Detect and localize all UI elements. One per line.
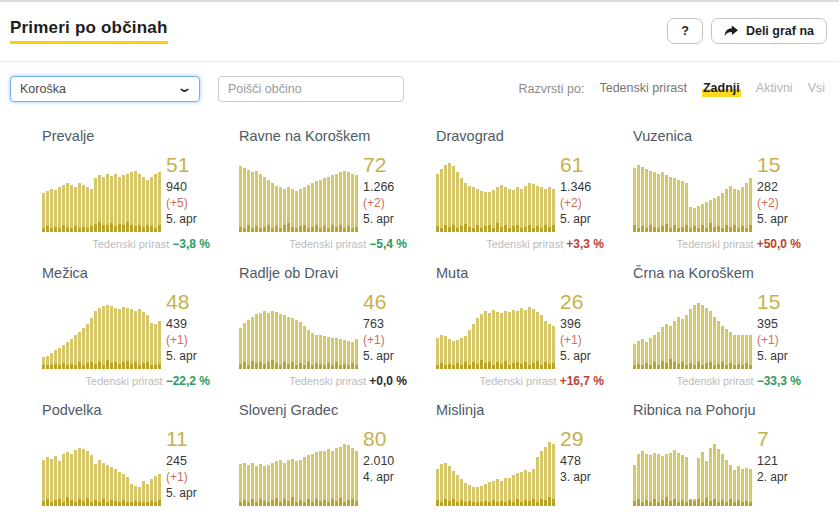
bar	[58, 461, 61, 506]
municipality-card: Črna na Koroškem 15 395 (+1) 5. apr Tede…	[633, 265, 801, 389]
bar	[436, 469, 439, 507]
new-cases-value: (+1)	[363, 332, 407, 348]
bar	[669, 453, 672, 506]
bar	[725, 189, 728, 232]
bar	[528, 307, 531, 369]
cases-bar-chart[interactable]	[239, 157, 358, 232]
bar	[705, 308, 708, 370]
bar	[110, 176, 113, 232]
bar	[275, 312, 278, 369]
chart-row: 15 282 (+2) 5. apr	[633, 157, 801, 232]
page-header: Primeri po občinah ? Deli graf na	[0, 2, 839, 62]
cases-bar-chart[interactable]	[633, 431, 752, 506]
bar	[303, 457, 306, 506]
sort-option-zadnji[interactable]: Zadnji	[702, 81, 741, 97]
header-buttons: ? Deli graf na	[667, 18, 827, 44]
cases-bar-chart[interactable]	[42, 294, 161, 369]
page-title: Primeri po občinah	[10, 18, 168, 44]
bar	[733, 335, 736, 370]
weekly-growth-label: Tedenski prirast	[86, 375, 163, 387]
weekly-growth-value: −3,8 %	[172, 237, 210, 251]
bar	[114, 308, 117, 370]
cases-bar-chart[interactable]	[239, 294, 358, 369]
share-button-label: Deli graf na	[746, 24, 814, 38]
bar	[283, 315, 286, 369]
bar	[725, 460, 728, 507]
bar	[693, 208, 696, 232]
bar	[134, 486, 137, 506]
municipality-name: Vuzenica	[633, 128, 801, 146]
municipality-card: Vuzenica 15 282 (+2) 5. apr Tedenski pri…	[633, 128, 801, 252]
municipality-card: Mežica 48 439 (+1) 5. apr Tedenski prira…	[42, 265, 210, 389]
bar	[150, 479, 153, 506]
cases-bar-chart[interactable]	[239, 431, 358, 506]
sort-option-vsi[interactable]: Vsi	[808, 81, 825, 97]
new-cases-value: (+1)	[757, 332, 801, 348]
weekly-growth-label: Tedenski prirast	[480, 375, 557, 387]
card-footer: Tedenski prirast+3,3 %	[436, 237, 604, 252]
active-cases-value: 11	[166, 428, 210, 450]
weekly-growth-label: Tedenski prirast	[289, 238, 366, 250]
bar	[287, 460, 290, 506]
bar	[673, 450, 676, 506]
total-cases-value: 478	[560, 453, 604, 469]
bar	[536, 457, 539, 507]
municipality-name: Podvelka	[42, 402, 210, 420]
bar	[476, 318, 479, 369]
bar	[74, 187, 77, 232]
new-cases-value: (+2)	[560, 195, 604, 211]
bar	[717, 449, 720, 506]
bar	[488, 192, 491, 232]
bar	[46, 191, 49, 232]
bar	[98, 175, 101, 232]
bar	[645, 454, 648, 507]
sort-option-aktivni[interactable]: Aktivni	[756, 81, 793, 97]
cases-bar-chart[interactable]	[42, 431, 161, 506]
share-button[interactable]: Deli graf na	[711, 18, 827, 44]
bar	[331, 175, 334, 232]
cases-bar-chart[interactable]	[436, 294, 555, 369]
bar	[355, 451, 358, 506]
last-date: 5. apr	[757, 348, 801, 364]
bar	[524, 186, 527, 233]
bar	[82, 328, 85, 369]
bar	[146, 315, 149, 369]
chart-row: 15 395 (+1) 5. apr	[633, 294, 801, 369]
cases-bar-chart[interactable]	[436, 157, 555, 232]
bar	[118, 309, 121, 369]
bar	[295, 191, 298, 232]
new-cases-value: (+5)	[166, 195, 210, 211]
bar	[347, 445, 350, 506]
bar	[66, 452, 69, 506]
bar	[673, 178, 676, 232]
bar	[528, 472, 531, 507]
bar	[749, 469, 752, 506]
municipality-card: Muta 26 396 (+1) 5. apr Tedenski prirast…	[436, 265, 604, 389]
bar	[98, 308, 101, 369]
bar	[114, 469, 117, 506]
search-input[interactable]	[218, 76, 404, 102]
municipality-card: Slovenj Gradec 80 2.010 4. apr Tedenski …	[239, 402, 407, 512]
sort-option-tedenski-prirast[interactable]: Tedenski prirast	[599, 81, 687, 97]
region-select[interactable]: Koroška ⌄	[10, 76, 200, 102]
cases-bar-chart[interactable]	[42, 157, 161, 232]
help-button[interactable]: ?	[667, 18, 703, 44]
bar	[319, 335, 322, 369]
bar	[351, 174, 354, 233]
bar	[82, 185, 85, 232]
bar	[440, 335, 443, 370]
bar	[42, 357, 45, 369]
bar	[516, 187, 519, 232]
bar	[343, 444, 346, 506]
total-cases-value: 439	[166, 316, 210, 332]
bar	[142, 177, 145, 233]
bar	[512, 310, 515, 369]
bar	[500, 185, 503, 232]
card-footer: Tedenski prirast+50,0 %	[633, 237, 801, 252]
cases-bar-chart[interactable]	[633, 294, 752, 369]
bar	[653, 172, 656, 232]
bar	[42, 460, 45, 507]
cases-bar-chart[interactable]	[436, 431, 555, 506]
cases-bar-chart[interactable]	[633, 157, 752, 232]
bar	[637, 165, 640, 233]
